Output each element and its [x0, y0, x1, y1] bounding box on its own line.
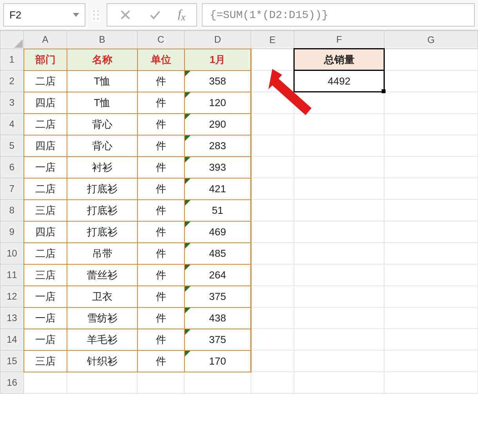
cell[interactable] — [384, 329, 478, 350]
cell[interactable] — [138, 372, 185, 394]
cell[interactable] — [294, 157, 384, 178]
cell[interactable]: 羊毛衫 — [67, 329, 138, 350]
cancel-icon[interactable] — [118, 8, 132, 22]
cell-D1[interactable]: 1月 — [185, 49, 251, 70]
cell[interactable]: 件 — [138, 243, 185, 264]
cell[interactable] — [251, 135, 294, 157]
cell[interactable] — [67, 372, 138, 394]
col-header-A[interactable]: A — [24, 31, 67, 49]
cell-C1[interactable]: 单位 — [138, 49, 185, 70]
col-header-F[interactable]: F — [294, 31, 384, 49]
cell[interactable]: 件 — [138, 264, 185, 286]
cell[interactable] — [384, 114, 478, 135]
row-header[interactable]: 13 — [0, 307, 24, 329]
chevron-down-icon[interactable] — [73, 13, 79, 17]
cell[interactable] — [294, 264, 384, 286]
cell[interactable]: 针织衫 — [67, 350, 138, 372]
cell[interactable] — [384, 350, 478, 372]
cell-F2-selected[interactable]: 4492 — [294, 70, 384, 92]
cell[interactable]: 雪纺衫 — [67, 307, 138, 329]
expand-grip-icon[interactable] — [90, 3, 102, 27]
cell[interactable] — [384, 307, 478, 329]
cell[interactable]: 打底衫 — [67, 178, 138, 200]
cell[interactable] — [251, 221, 294, 243]
cell[interactable] — [251, 286, 294, 307]
cell[interactable] — [251, 243, 294, 264]
cell[interactable] — [294, 221, 384, 243]
cell[interactable] — [294, 350, 384, 372]
cell[interactable] — [384, 264, 478, 286]
cell[interactable]: 三店 — [24, 350, 67, 372]
cell[interactable]: 438 — [185, 307, 251, 329]
cell[interactable] — [294, 135, 384, 157]
col-header-E[interactable]: E — [251, 31, 294, 49]
cell[interactable] — [384, 221, 478, 243]
cell[interactable] — [251, 372, 294, 394]
col-header-C[interactable]: C — [138, 31, 185, 49]
cell[interactable]: 二店 — [24, 114, 67, 135]
cell[interactable]: 三店 — [24, 264, 67, 286]
cell[interactable]: 衬衫 — [67, 157, 138, 178]
row-header[interactable]: 9 — [0, 221, 24, 243]
row-header[interactable]: 6 — [0, 157, 24, 178]
cell[interactable]: 打底衫 — [67, 200, 138, 221]
cell[interactable]: 件 — [138, 221, 185, 243]
cell[interactable]: 件 — [138, 178, 185, 200]
cell[interactable]: 393 — [185, 157, 251, 178]
spreadsheet[interactable]: A B C D E F G 1 部门 名称 单位 1月 总销量 2 二店 T恤 … — [0, 31, 478, 394]
row-header[interactable]: 2 — [0, 70, 24, 92]
cell[interactable]: 一店 — [24, 329, 67, 350]
cell[interactable]: 背心 — [67, 135, 138, 157]
cell[interactable] — [384, 372, 478, 394]
row-header[interactable]: 1 — [0, 49, 24, 70]
cell[interactable] — [294, 372, 384, 394]
cell[interactable] — [294, 243, 384, 264]
cell[interactable] — [384, 70, 478, 92]
col-header-D[interactable]: D — [185, 31, 251, 49]
cell[interactable] — [251, 350, 294, 372]
cell[interactable]: 二店 — [24, 178, 67, 200]
cell[interactable]: 四店 — [24, 92, 67, 114]
cell[interactable] — [251, 307, 294, 329]
cell-E1[interactable] — [251, 49, 294, 70]
cell[interactable] — [294, 178, 384, 200]
cell[interactable]: 件 — [138, 70, 185, 92]
cell[interactable]: 件 — [138, 135, 185, 157]
row-header[interactable]: 5 — [0, 135, 24, 157]
cell[interactable]: 375 — [185, 329, 251, 350]
row-header[interactable]: 16 — [0, 372, 24, 394]
cell[interactable] — [251, 92, 294, 114]
cell[interactable]: 蕾丝衫 — [67, 264, 138, 286]
cell[interactable]: 件 — [138, 329, 185, 350]
row-header[interactable]: 8 — [0, 200, 24, 221]
cell[interactable]: 283 — [185, 135, 251, 157]
cell[interactable] — [384, 157, 478, 178]
row-header[interactable]: 3 — [0, 92, 24, 114]
cell[interactable] — [384, 200, 478, 221]
cell[interactable]: 件 — [138, 307, 185, 329]
cell[interactable]: 一店 — [24, 157, 67, 178]
col-header-G[interactable]: G — [384, 31, 478, 49]
cell[interactable]: 件 — [138, 92, 185, 114]
cell[interactable] — [384, 135, 478, 157]
cell[interactable]: 件 — [138, 157, 185, 178]
cell[interactable] — [294, 307, 384, 329]
row-header[interactable]: 7 — [0, 178, 24, 200]
cell[interactable] — [251, 264, 294, 286]
cell[interactable]: 件 — [138, 114, 185, 135]
cell[interactable] — [384, 286, 478, 307]
cell[interactable]: 一店 — [24, 307, 67, 329]
cell[interactable]: 264 — [185, 264, 251, 286]
cell[interactable] — [251, 114, 294, 135]
cell[interactable]: 件 — [138, 286, 185, 307]
select-all-corner[interactable] — [0, 31, 24, 49]
cell[interactable]: 一店 — [24, 286, 67, 307]
cell[interactable] — [294, 92, 384, 114]
cell-B1[interactable]: 名称 — [67, 49, 138, 70]
enter-icon[interactable] — [148, 8, 162, 22]
cell[interactable] — [24, 372, 67, 394]
cell[interactable] — [251, 178, 294, 200]
formula-input[interactable]: {=SUM(1*(D2:D15))} — [202, 3, 475, 27]
cell[interactable]: 120 — [185, 92, 251, 114]
cell[interactable] — [251, 157, 294, 178]
